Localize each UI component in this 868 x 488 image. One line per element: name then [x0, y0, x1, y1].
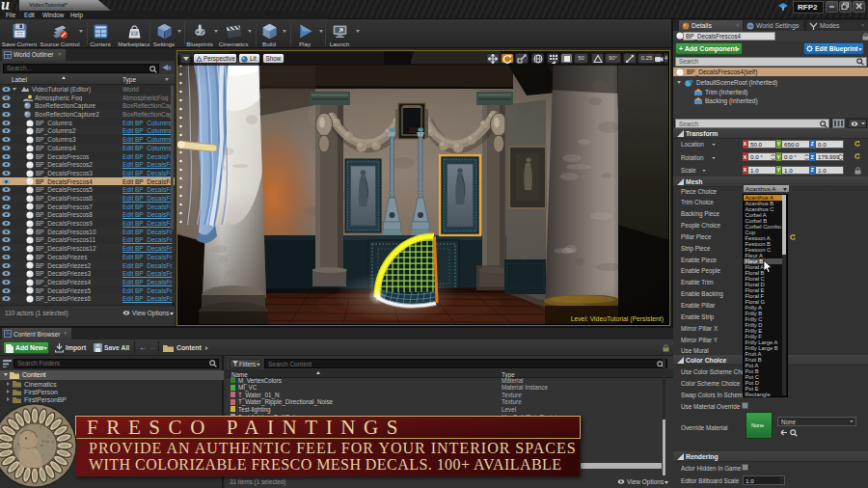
- svg-text:Level: VideoTutorial (Persist: Level: VideoTutorial (Persistent): [571, 315, 664, 323]
